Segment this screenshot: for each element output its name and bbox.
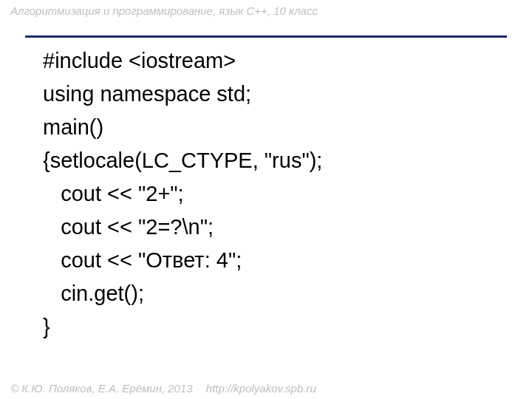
code-line: main() (43, 115, 103, 139)
header-divider (25, 35, 507, 38)
code-line: cout << "2=?\n"; (43, 215, 214, 239)
footer-copyright: © К.Ю. Поляков, Е.А. Ерёмин, 2013 (10, 382, 193, 395)
code-line: } (43, 315, 50, 338)
slide-footer: © К.Ю. Поляков, Е.А. Ерёмин, 2013 http:/… (10, 382, 316, 395)
code-line: #include <iostream> (43, 49, 236, 72)
code-block: #include <iostream> using namespace std;… (43, 44, 502, 343)
header-text: Алгоритмизация и программирование, язык … (10, 4, 318, 17)
code-line: {setlocale(LC_CTYPE, "rus"); (43, 149, 322, 172)
code-line: using namespace std; (43, 82, 251, 106)
footer-url: http://kpolyakov.spb.ru (206, 382, 316, 395)
slide-header: Алгоритмизация и программирование, язык … (10, 4, 522, 17)
code-line: cout << "2+"; (43, 182, 184, 205)
code-line: cin.get(); (43, 282, 144, 305)
code-line: cout << "Ответ: 4"; (43, 248, 242, 272)
